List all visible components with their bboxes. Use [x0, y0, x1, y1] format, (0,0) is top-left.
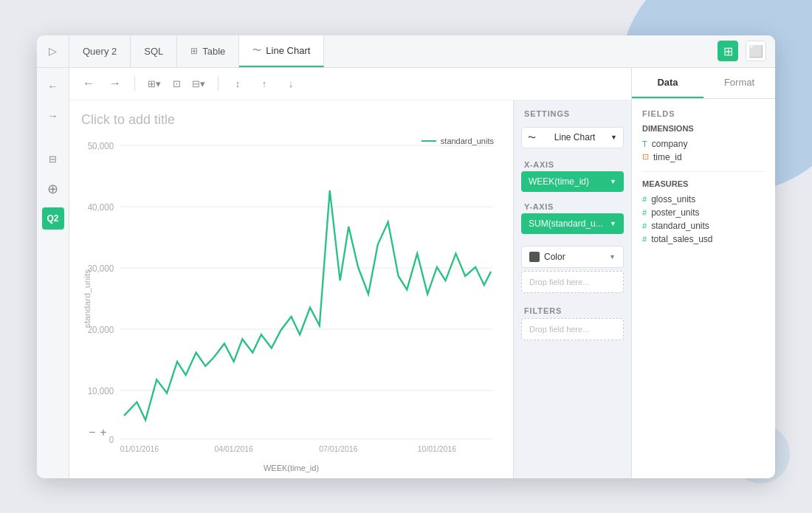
main-window: ▷ Query 2 SQL ⊞ Table 〜 Line Chart ⊞ ⬜ [37, 35, 775, 478]
tab-linechart[interactable]: 〜 Line Chart [239, 35, 324, 67]
grid-view-button[interactable]: ⊞ [718, 41, 738, 61]
field-icon-total_sales_usd: # [642, 235, 647, 244]
separator2 [218, 76, 219, 91]
field-standard_units[interactable]: # standard_units [642, 219, 765, 233]
chart-settings-area: Click to add title standard_units 50,000 [69, 100, 631, 478]
y-axis-label: Y-Axis [514, 198, 631, 213]
tab-sql-label: SQL [144, 46, 163, 57]
svg-text:10/01/2016: 10/01/2016 [418, 444, 456, 452]
legend-label: standard_units [441, 137, 494, 145]
x-axis-label: X-Axis [514, 156, 631, 171]
separator1 [134, 76, 135, 91]
field-name-total_sales_usd: total_sales_usd [651, 234, 712, 244]
toolbar-view-icon[interactable]: ⊞▾ [144, 73, 165, 94]
zoom-minus-button[interactable]: − [89, 427, 95, 438]
field-company[interactable]: T company [642, 137, 765, 151]
svg-text:10,000: 10,000 [88, 385, 114, 396]
measures-label: MEASURES [642, 179, 765, 188]
field-icon-gloss_units: # [642, 195, 647, 204]
settings-header: SETTINGS [514, 100, 631, 124]
chart-title[interactable]: Click to add title [81, 112, 501, 128]
tab-data[interactable]: Data [632, 68, 703, 98]
dimensions-label: DIMENSIONS [642, 124, 765, 133]
field-icon-company: T [642, 140, 647, 148]
svg-text:50,000: 50,000 [88, 140, 114, 151]
toolbar-layout-icon[interactable]: ⊟▾ [188, 73, 209, 94]
toolbar-forward[interactable]: → [105, 73, 125, 94]
tab-query2[interactable]: Query 2 [69, 35, 131, 67]
field-name-company: company [652, 139, 688, 149]
field-icon-poster_units: # [642, 208, 647, 217]
tab-table[interactable]: ⊞ Table [177, 35, 239, 67]
share-icon: ⬜ [749, 44, 763, 58]
svg-text:07/01/2016: 07/01/2016 [319, 444, 357, 452]
toolbar-sort-desc-icon[interactable]: ↓ [281, 73, 301, 94]
toolbar-group1: ⊞▾ ⊡ ⊟▾ [144, 73, 209, 94]
right-panel-tabs: Data Format [632, 68, 775, 99]
q2-label: Q2 [47, 213, 58, 224]
svg-text:40,000: 40,000 [88, 202, 114, 212]
chart-x-label: WEEK(time_id) [81, 461, 501, 478]
table-icon: ⊞ [190, 46, 198, 56]
toolbar-pivot-icon[interactable]: ↕ [227, 73, 248, 94]
svg-text:standard_units: standard_units [82, 269, 92, 328]
chart-zoom: − + [89, 427, 107, 438]
grid-icon: ⊞ [723, 44, 733, 58]
field-icon-time_id: ⊡ [642, 152, 649, 162]
filter-drop-zone[interactable]: Drop field here... [521, 318, 624, 340]
tab-format-label: Format [724, 77, 754, 88]
tab-spacer [324, 35, 709, 67]
chart-wrapper: standard_units 50,000 40,000 30,000 20,0… [81, 137, 501, 461]
field-total_sales_usd[interactable]: # total_sales_usd [642, 233, 765, 246]
chart-type-select[interactable]: 〜 Line Chart ▼ [521, 127, 624, 148]
field-name-time_id: time_id [653, 152, 682, 162]
left-sidebar: ← → ⊟ ⊕ Q2 [37, 68, 69, 478]
color-label: Color [544, 252, 565, 262]
zoom-plus-button[interactable]: + [100, 427, 106, 438]
tab-format[interactable]: Format [703, 68, 775, 98]
field-name-gloss_units: gloss_units [651, 194, 695, 204]
field-gloss_units[interactable]: # gloss_units [642, 193, 765, 206]
x-axis-field[interactable]: WEEK(time_id) ▼ [521, 171, 624, 192]
color-chevron: ▼ [609, 253, 616, 261]
tabs-bar: ▷ Query 2 SQL ⊞ Table 〜 Line Chart ⊞ ⬜ [37, 35, 775, 68]
linechart-icon: 〜 [252, 44, 261, 57]
field-time_id[interactable]: ⊡ time_id [642, 151, 765, 164]
y-axis-field[interactable]: SUM(standard_u... ▼ [521, 213, 624, 234]
q2-badge[interactable]: Q2 [42, 207, 64, 230]
chevron-right-icon: ▷ [49, 45, 57, 57]
tab-sql[interactable]: SQL [131, 35, 177, 67]
tab-query2-label: Query 2 [83, 46, 117, 57]
toolbar-back[interactable]: ← [78, 73, 99, 94]
toolbar: ← → ⊞▾ ⊡ ⊟▾ ↕ ↑ ↓ [69, 68, 631, 100]
toolbar-grid-icon[interactable]: ⊡ [166, 73, 187, 94]
field-name-standard_units: standard_units [651, 221, 709, 231]
color-drop-zone[interactable]: Drop field here... [521, 271, 624, 293]
chart-type-chevron: ▼ [610, 134, 617, 141]
share-button[interactable]: ⬜ [746, 41, 766, 61]
svg-text:04/01/2016: 04/01/2016 [215, 444, 253, 452]
chart-type-value: Line Chart [554, 132, 595, 142]
tab-data-label: Data [657, 77, 678, 88]
tab-table-label: Table [202, 46, 225, 57]
right-panel: Data Format FIELDS DIMENSIONS T company … [631, 68, 775, 478]
filter-icon[interactable]: ⊟ [42, 148, 64, 171]
line-chart-svg: 50,000 40,000 30,000 20,000 10,000 0 [81, 137, 501, 461]
y-axis-chevron: ▼ [610, 220, 616, 227]
body-area: ← → ⊟ ⊕ Q2 ← → ⊞▾ ⊡ ⊟▾ ↕ [37, 68, 775, 478]
field-icon-standard_units: # [642, 221, 647, 230]
back-button[interactable]: ← [42, 75, 64, 97]
sidebar-toggle[interactable]: ▷ [37, 35, 69, 67]
color-row[interactable]: Color ▼ [521, 246, 624, 268]
content-area: ← → ⊞▾ ⊡ ⊟▾ ↕ ↑ ↓ Click to add title [69, 68, 631, 478]
forward-button[interactable]: → [42, 105, 64, 127]
tab-right-icons: ⊞ ⬜ [709, 35, 775, 67]
field-poster_units[interactable]: # poster_units [642, 206, 765, 219]
x-axis-value: WEEK(time_id) [529, 176, 589, 187]
plus-circle-icon[interactable]: ⊕ [42, 178, 64, 200]
color-swatch [529, 252, 540, 262]
chart-type-icon: 〜 [528, 132, 536, 143]
chart-legend: standard_units [422, 137, 494, 145]
toolbar-sort-asc-icon[interactable]: ↑ [254, 73, 275, 94]
svg-text:0: 0 [109, 434, 114, 444]
